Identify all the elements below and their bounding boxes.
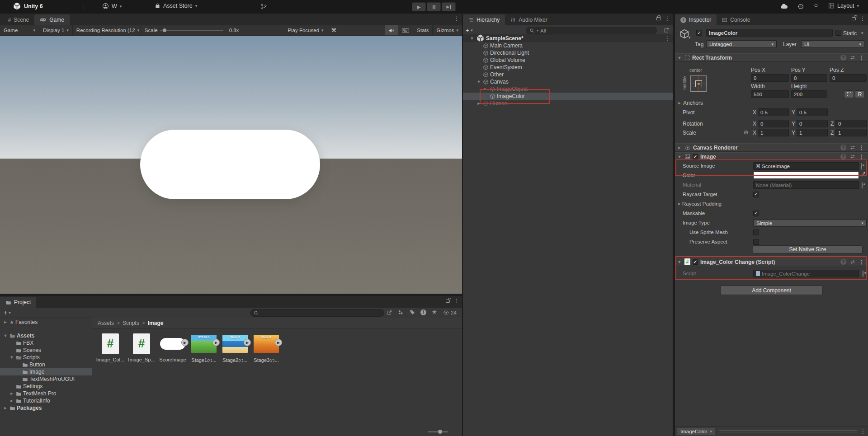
project-panel-menu-icon[interactable]: ⋮: [454, 298, 459, 304]
version-control-button[interactable]: [260, 3, 267, 10]
help-icon[interactable]: ?: [840, 154, 846, 159]
resolution-dropdown[interactable]: Recording Resolution (12 ▾: [73, 25, 141, 35]
rotation-z-field[interactable]: 0: [835, 120, 867, 127]
expander-icon[interactable]: ►: [9, 391, 14, 396]
project-tree-item-packages[interactable]: ►Packages: [0, 404, 92, 412]
bundle-bar-menu-icon[interactable]: ⋮: [860, 429, 866, 434]
foldout-icon[interactable]: ▼: [677, 155, 682, 159]
raycast-padding-row[interactable]: ► Raycast Padding: [675, 200, 868, 208]
asset-item-stage2[interactable]: Stage 2▶Stage2の...: [221, 331, 250, 364]
asset-item-scoreimage[interactable]: ▶ScoreImage: [158, 331, 187, 364]
tab-game[interactable]: Game: [34, 14, 70, 25]
tab-console[interactable]: Console: [717, 14, 755, 25]
hierarchy-item-eventsystem[interactable]: EventSystem: [463, 64, 673, 71]
static-checkbox[interactable]: [835, 30, 841, 36]
component-menu-icon[interactable]: ⋮: [859, 145, 864, 150]
tag-dropdown[interactable]: Untagged ▾: [706, 40, 777, 48]
expander-icon[interactable]: ▼: [9, 355, 14, 360]
help-icon[interactable]: ?: [840, 55, 846, 61]
breadcrumb-segment-scripts[interactable]: Scripts: [123, 320, 139, 326]
layer-dropdown[interactable]: UI ▾: [801, 40, 864, 48]
expander-icon[interactable]: ►: [476, 101, 481, 106]
display-dropdown[interactable]: Display 1 ▾: [39, 25, 72, 35]
asset-bundle-dropdown[interactable]: ImageColor ▾: [677, 428, 715, 435]
scale-slider[interactable]: [160, 28, 223, 33]
project-unlock-icon[interactable]: [446, 300, 450, 303]
eyedropper-icon[interactable]: [860, 172, 866, 177]
play-badge-icon[interactable]: ▶: [181, 339, 189, 346]
hierarchy-item-other[interactable]: Other: [463, 71, 673, 78]
project-create-dropdown[interactable]: + ▾: [0, 308, 14, 318]
stats-toggle[interactable]: Stats: [413, 25, 432, 35]
pos-z-field[interactable]: 0: [830, 74, 867, 82]
color-swatch[interactable]: [753, 172, 859, 179]
pos-x-field[interactable]: 0: [751, 74, 789, 82]
presets-icon[interactable]: [850, 55, 855, 61]
tab-project[interactable]: Project: [0, 297, 36, 308]
pause-button[interactable]: [427, 2, 441, 11]
height-field[interactable]: 200: [791, 90, 827, 98]
script-object-picker[interactable]: [863, 270, 863, 277]
rect-transform-header[interactable]: ▼ Rect Transform ? ⋮: [675, 53, 868, 62]
raw-edit-mode-button[interactable]: R: [855, 90, 865, 98]
project-tree-item-scripts[interactable]: ▼Scripts: [0, 354, 92, 361]
project-tree-item-assets[interactable]: ▼Assets: [0, 332, 92, 339]
maskable-checkbox[interactable]: ✓: [753, 211, 759, 216]
expander-icon[interactable]: ►: [483, 87, 488, 91]
step-button[interactable]: ▶: [442, 2, 456, 11]
layout-menu[interactable]: Layout ▾: [828, 3, 859, 9]
account-menu[interactable]: W ▾: [102, 3, 122, 9]
project-tree-item-fbx[interactable]: FBX: [0, 339, 92, 347]
play-badge-icon[interactable]: ▶: [244, 339, 251, 346]
project-tree-item-image[interactable]: Image: [0, 368, 92, 375]
script-component-header[interactable]: ▼ # ✓ Image_Color Change (Script) ? ⋮: [675, 258, 868, 266]
hierarchy-item-imageobject[interactable]: ►ImageObject: [463, 85, 673, 93]
project-split-divider[interactable]: [92, 318, 92, 436]
asset-item-stage1[interactable]: STAGE 1▶Stage1の...: [189, 331, 218, 364]
static-flags-caret[interactable]: ▾: [861, 31, 863, 35]
breadcrumb-segment-assets[interactable]: Assets: [98, 320, 114, 326]
undo-history-button[interactable]: [797, 3, 804, 9]
material-object-picker[interactable]: [862, 182, 863, 189]
expander-icon[interactable]: ►: [3, 406, 8, 410]
image-type-dropdown[interactable]: Simple ▾: [753, 219, 867, 227]
asset-item-image-col[interactable]: #Image_Col...: [96, 331, 125, 364]
open-search-window-button[interactable]: [387, 309, 392, 315]
presets-icon[interactable]: [850, 145, 855, 150]
scene-header-row[interactable]: ▼ SampleScene* ⋮: [463, 34, 673, 42]
pos-y-field[interactable]: 0: [791, 74, 827, 82]
play-badge-icon[interactable]: ▶: [212, 339, 220, 346]
scale-y-field[interactable]: 1: [797, 129, 828, 136]
inspector-unlock-icon[interactable]: [852, 17, 856, 20]
source-image-field[interactable]: ScoreImage: [753, 162, 859, 170]
hierarchy-panel-menu-icon[interactable]: ⋮: [665, 16, 670, 21]
presets-icon[interactable]: [850, 259, 855, 265]
image-enabled-checkbox[interactable]: ✓: [693, 154, 698, 159]
game-mode-dropdown[interactable]: Game ▾: [0, 25, 39, 35]
object-name-field[interactable]: ImageColor: [706, 29, 833, 37]
project-tree-item-textmesh-pro[interactable]: ►TextMesh Pro: [0, 390, 92, 397]
play-focused-dropdown[interactable]: Play Focused ▾: [284, 25, 327, 35]
foldout-icon[interactable]: ▼: [677, 56, 682, 60]
open-search-window-button[interactable]: [664, 27, 670, 33]
favorites-filter-button[interactable]: ★: [432, 309, 437, 315]
width-field[interactable]: 500: [751, 90, 789, 98]
hierarchy-item-directional-light[interactable]: Directional Light: [463, 49, 673, 56]
cloud-services-button[interactable]: [780, 4, 788, 9]
gameobject-icon-caret[interactable]: ▾: [689, 35, 691, 40]
set-native-size-button[interactable]: Set Native Size: [753, 245, 863, 253]
component-menu-icon[interactable]: ⋮: [859, 259, 864, 265]
help-icon[interactable]: ?: [840, 145, 846, 150]
expander-icon[interactable]: ►: [9, 398, 14, 403]
tab-audio-mixer[interactable]: Audio Mixer: [505, 14, 552, 25]
search-by-type-button[interactable]: [398, 309, 403, 315]
hierarchy-create-dropdown[interactable]: + ▾: [463, 25, 476, 35]
project-tree-item-textmeshprougui[interactable]: TextMeshProUGUI: [0, 375, 92, 383]
project-tree-item-favorites[interactable]: ►★Favorites: [0, 319, 92, 326]
asset-item-image-sp[interactable]: #Image_Sp...: [127, 331, 156, 364]
presets-icon[interactable]: [850, 154, 855, 159]
search-filter-caret[interactable]: ▾: [537, 28, 538, 33]
help-icon[interactable]: ?: [840, 259, 846, 265]
capture-screenshot-button[interactable]: [327, 25, 340, 35]
hierarchy-item-main-camera[interactable]: Main Camera: [463, 42, 673, 49]
